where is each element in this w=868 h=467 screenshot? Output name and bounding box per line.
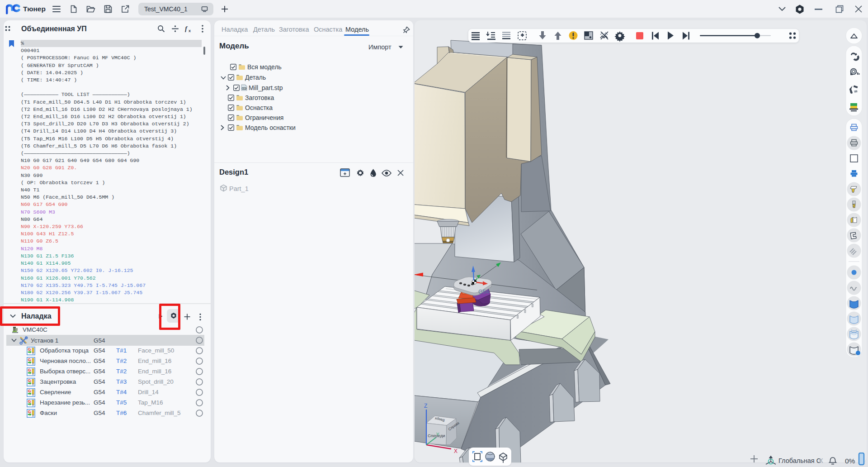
svg-text:STP: STP: [242, 87, 246, 90]
svg-text:X: X: [454, 448, 458, 454]
svg-text:G: G: [28, 357, 31, 362]
svg-text:G: G: [28, 347, 31, 352]
svg-text:Z: Z: [424, 403, 427, 409]
svg-text:Глобальная С: Глобальная С: [778, 457, 821, 464]
svg-text:G: G: [28, 368, 31, 372]
svg-text:G: G: [28, 410, 31, 414]
svg-text:G: G: [28, 378, 31, 383]
svg-text:0%: 0%: [845, 457, 855, 465]
svg-text:G: G: [28, 389, 31, 393]
svg-text:G54: G54: [478, 289, 489, 295]
svg-text:Y: Y: [436, 432, 439, 437]
svg-text:К: К: [819, 457, 823, 464]
svg-text:G: G: [28, 399, 31, 404]
